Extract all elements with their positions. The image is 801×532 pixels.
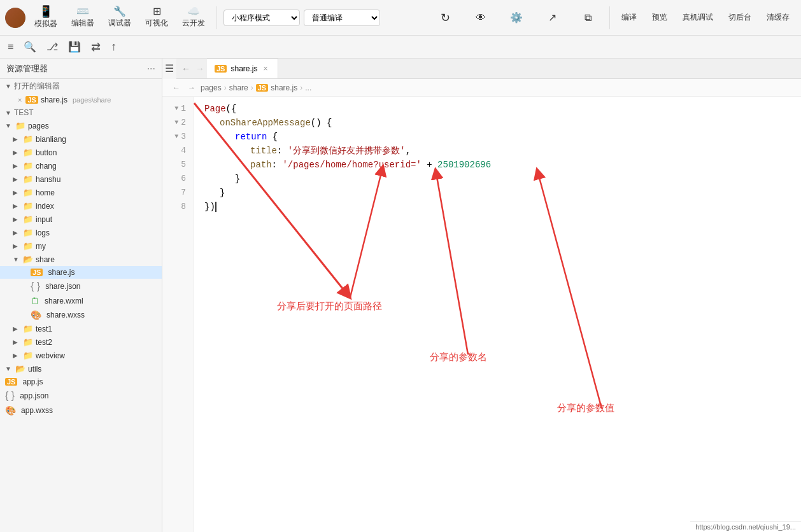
- folder-home[interactable]: ▶ 📁 home: [0, 186, 162, 199]
- editor-icon: ⌨️: [76, 6, 89, 17]
- file-app-js[interactable]: JS app.js: [0, 375, 162, 388]
- eye-icon: 👁: [476, 12, 486, 24]
- chang-folder-icon: 📁: [23, 161, 33, 171]
- file-share-json[interactable]: { } share.json: [0, 279, 162, 294]
- divider1: [216, 6, 217, 29]
- debugger-btn[interactable]: 🔧 调试器: [103, 4, 136, 31]
- device-btn[interactable]: ⚙️: [500, 9, 533, 26]
- bc-back-btn[interactable]: ←: [170, 83, 183, 93]
- clear-cache-btn[interactable]: 清缓存: [760, 10, 796, 25]
- line-num-2: ▼ 2: [162, 116, 194, 130]
- sidebar-more-btn[interactable]: ···: [147, 63, 155, 74]
- file-app-json[interactable]: { } app.json: [0, 388, 162, 403]
- folder-my[interactable]: ▶ 📁 my: [0, 239, 162, 253]
- close-file-icon[interactable]: ×: [18, 96, 22, 104]
- str-title: '分享到微信好友并携带参数': [288, 144, 406, 158]
- button-folder-icon: 📁: [23, 148, 33, 157]
- preview-btn[interactable]: 预览: [646, 10, 674, 25]
- editor-btn[interactable]: ⌨️ 编辑器: [66, 4, 99, 31]
- cloud-btn[interactable]: ☁️ 云开发: [177, 4, 210, 31]
- open-file-share-js[interactable]: × JS share.js pages\share: [0, 94, 162, 106]
- main-area: 资源管理器 ··· ▼ 打开的编辑器 × JS share.js pages\s…: [0, 59, 801, 532]
- folder-button[interactable]: ▶ 📁 button: [0, 146, 162, 159]
- bc-share[interactable]: share: [229, 83, 248, 92]
- device-debug-btn[interactable]: 真机调试: [676, 10, 719, 25]
- compile-btn[interactable]: 编译: [615, 10, 643, 25]
- app-wxss-icon: 🎨: [5, 405, 16, 416]
- bc-ellipsis: ...: [305, 83, 311, 92]
- folder-hanshu[interactable]: ▶ 📁 hanshu: [0, 172, 162, 186]
- menu-icon[interactable]: ≡: [5, 40, 16, 54]
- kw-title: title: [250, 144, 277, 158]
- folder-logs[interactable]: ▶ 📁 logs: [0, 226, 162, 239]
- collapse-btn[interactable]: ☰: [162, 59, 176, 79]
- folder-chang[interactable]: ▶ 📁 chang: [0, 159, 162, 172]
- tab-share-js[interactable]: JS share.js ×: [207, 59, 278, 78]
- file-share-wxss[interactable]: 🎨 share.wxss: [0, 308, 162, 322]
- my-folder-icon: 📁: [23, 241, 33, 251]
- branch-icon[interactable]: ⎇: [44, 39, 60, 54]
- folder-share[interactable]: ▼ 📂 share: [0, 253, 162, 266]
- collapse-icon: ☰: [165, 62, 174, 74]
- folder-utils[interactable]: ▼ 📂 utils: [0, 362, 162, 375]
- index-arrow: ▶: [13, 202, 20, 209]
- code-line-4: title: '分享到微信好友并携带参数',: [204, 144, 791, 158]
- test-section[interactable]: ▼ TEST: [0, 106, 162, 119]
- compile-select[interactable]: 普通编译 自定义编译: [304, 10, 380, 26]
- refresh-btn[interactable]: ↻: [429, 8, 462, 27]
- bc-sharejs[interactable]: share.js: [271, 83, 297, 92]
- save-icon[interactable]: 💾: [66, 39, 83, 54]
- home-label: home: [36, 188, 55, 197]
- upload-icon[interactable]: ↑: [108, 39, 119, 55]
- code-line-7: }: [204, 186, 791, 200]
- app-js-label: app.js: [22, 377, 43, 386]
- visual-btn[interactable]: ⊞ 可视化: [140, 4, 173, 31]
- layers-btn[interactable]: ⧉: [571, 10, 604, 26]
- tab-js-badge: JS: [215, 65, 227, 73]
- code-editor: ▼ 1 ▼ 2 ▼ 3 4 5 6 7 8: [162, 97, 801, 532]
- swap-icon[interactable]: ⇄: [89, 39, 103, 55]
- kw-path: path: [250, 158, 272, 172]
- test-arrow: ▼: [5, 109, 11, 116]
- kw-return: return: [235, 130, 267, 144]
- share-json-icon: { }: [31, 281, 40, 292]
- layers-icon: ⧉: [585, 12, 592, 24]
- simulator-btn[interactable]: 📱 模拟器: [29, 3, 62, 32]
- file-share-js[interactable]: JS share.js: [0, 266, 162, 279]
- button-label: button: [36, 148, 57, 157]
- search-icon[interactable]: 🔍: [21, 39, 39, 54]
- arrow-3: ▼: [174, 130, 178, 144]
- test2-folder-icon: 📁: [23, 337, 33, 347]
- preview-eye-btn[interactable]: 👁: [464, 10, 497, 26]
- back-btn[interactable]: ←: [179, 59, 193, 78]
- folder-input[interactable]: ▶ 📁 input: [0, 213, 162, 226]
- button-arrow: ▶: [13, 149, 20, 156]
- background-btn[interactable]: 切后台: [722, 10, 758, 25]
- test-label: TEST: [14, 108, 34, 117]
- url-text: https://blog.csdn.net/qiushi_19...: [695, 523, 796, 531]
- forward-btn[interactable]: →: [193, 59, 207, 78]
- url-bar: https://blog.csdn.net/qiushi_19...: [690, 521, 801, 532]
- folder-pages[interactable]: ▼ 📁 pages: [0, 119, 162, 132]
- file-app-wxss[interactable]: 🎨 app.wxss: [0, 403, 162, 417]
- logs-folder-icon: 📁: [23, 228, 33, 237]
- folder-bianliang[interactable]: ▶ 📁 bianliang: [0, 132, 162, 146]
- mode-select[interactable]: 小程序模式 插件模式: [223, 10, 300, 26]
- pages-label: pages: [28, 122, 49, 130]
- folder-webview[interactable]: ▶ 📁 webview: [0, 349, 162, 362]
- tab-close-icon[interactable]: ×: [262, 64, 270, 74]
- share-btn[interactable]: ↗: [535, 9, 569, 26]
- code-content[interactable]: Page({ onShareAppMessage() { return { ti…: [194, 97, 801, 532]
- hanshu-label: hanshu: [36, 175, 60, 184]
- folder-test2[interactable]: ▶ 📁 test2: [0, 335, 162, 349]
- folder-index[interactable]: ▶ 📁 index: [0, 199, 162, 213]
- folder-test1[interactable]: ▶ 📁 test1: [0, 322, 162, 335]
- bc-pages[interactable]: pages: [201, 83, 222, 92]
- bc-forward-btn[interactable]: →: [185, 83, 198, 93]
- open-editors-section[interactable]: ▼ 打开的编辑器: [0, 79, 162, 94]
- index-label: index: [36, 202, 54, 211]
- file-share-wxml[interactable]: 🗒 share.wxml: [0, 294, 162, 308]
- bc-js-badge: JS: [256, 84, 268, 92]
- kw-onsharemsg: onShareAppMessage: [220, 116, 311, 130]
- file-tree: ▼ 打开的编辑器 × JS share.js pages\share ▼ TES…: [0, 79, 162, 532]
